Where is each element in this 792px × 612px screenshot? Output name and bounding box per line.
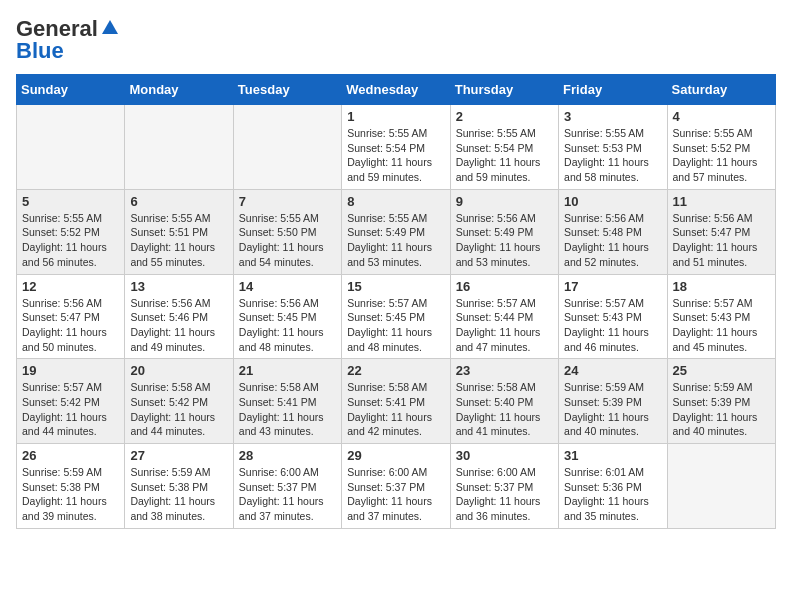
day-number: 2 — [456, 109, 553, 124]
day-info: Sunrise: 5:58 AM Sunset: 5:40 PM Dayligh… — [456, 380, 553, 439]
day-info: Sunrise: 6:00 AM Sunset: 5:37 PM Dayligh… — [456, 465, 553, 524]
day-info: Sunrise: 5:55 AM Sunset: 5:49 PM Dayligh… — [347, 211, 444, 270]
day-number: 5 — [22, 194, 119, 209]
day-number: 10 — [564, 194, 661, 209]
day-info: Sunrise: 6:00 AM Sunset: 5:37 PM Dayligh… — [239, 465, 336, 524]
day-number: 1 — [347, 109, 444, 124]
logo: General Blue — [16, 16, 120, 64]
logo-blue-text: Blue — [16, 38, 64, 64]
day-of-week-header: Tuesday — [233, 75, 341, 105]
day-number: 9 — [456, 194, 553, 209]
day-number: 20 — [130, 363, 227, 378]
day-number: 24 — [564, 363, 661, 378]
day-number: 21 — [239, 363, 336, 378]
day-of-week-header: Saturday — [667, 75, 775, 105]
calendar-cell: 7Sunrise: 5:55 AM Sunset: 5:50 PM Daylig… — [233, 189, 341, 274]
calendar-cell: 2Sunrise: 5:55 AM Sunset: 5:54 PM Daylig… — [450, 105, 558, 190]
calendar-cell: 16Sunrise: 5:57 AM Sunset: 5:44 PM Dayli… — [450, 274, 558, 359]
day-number: 15 — [347, 279, 444, 294]
calendar-cell: 3Sunrise: 5:55 AM Sunset: 5:53 PM Daylig… — [559, 105, 667, 190]
day-info: Sunrise: 5:56 AM Sunset: 5:47 PM Dayligh… — [22, 296, 119, 355]
calendar-cell: 26Sunrise: 5:59 AM Sunset: 5:38 PM Dayli… — [17, 444, 125, 529]
day-info: Sunrise: 5:55 AM Sunset: 5:50 PM Dayligh… — [239, 211, 336, 270]
calendar-cell: 23Sunrise: 5:58 AM Sunset: 5:40 PM Dayli… — [450, 359, 558, 444]
day-number: 3 — [564, 109, 661, 124]
calendar-header-row: SundayMondayTuesdayWednesdayThursdayFrid… — [17, 75, 776, 105]
calendar-cell: 9Sunrise: 5:56 AM Sunset: 5:49 PM Daylig… — [450, 189, 558, 274]
day-of-week-header: Monday — [125, 75, 233, 105]
day-info: Sunrise: 5:55 AM Sunset: 5:54 PM Dayligh… — [456, 126, 553, 185]
day-number: 17 — [564, 279, 661, 294]
day-of-week-header: Sunday — [17, 75, 125, 105]
day-info: Sunrise: 5:55 AM Sunset: 5:53 PM Dayligh… — [564, 126, 661, 185]
calendar-cell — [667, 444, 775, 529]
day-info: Sunrise: 5:55 AM Sunset: 5:51 PM Dayligh… — [130, 211, 227, 270]
calendar-cell: 24Sunrise: 5:59 AM Sunset: 5:39 PM Dayli… — [559, 359, 667, 444]
day-number: 18 — [673, 279, 770, 294]
calendar-cell: 18Sunrise: 5:57 AM Sunset: 5:43 PM Dayli… — [667, 274, 775, 359]
calendar-week-row: 12Sunrise: 5:56 AM Sunset: 5:47 PM Dayli… — [17, 274, 776, 359]
day-info: Sunrise: 5:58 AM Sunset: 5:42 PM Dayligh… — [130, 380, 227, 439]
calendar-cell: 12Sunrise: 5:56 AM Sunset: 5:47 PM Dayli… — [17, 274, 125, 359]
calendar-cell: 6Sunrise: 5:55 AM Sunset: 5:51 PM Daylig… — [125, 189, 233, 274]
day-number: 11 — [673, 194, 770, 209]
calendar-cell: 14Sunrise: 5:56 AM Sunset: 5:45 PM Dayli… — [233, 274, 341, 359]
calendar-cell: 30Sunrise: 6:00 AM Sunset: 5:37 PM Dayli… — [450, 444, 558, 529]
calendar-cell — [17, 105, 125, 190]
day-info: Sunrise: 5:58 AM Sunset: 5:41 PM Dayligh… — [347, 380, 444, 439]
day-info: Sunrise: 5:57 AM Sunset: 5:44 PM Dayligh… — [456, 296, 553, 355]
day-info: Sunrise: 6:00 AM Sunset: 5:37 PM Dayligh… — [347, 465, 444, 524]
calendar-cell: 28Sunrise: 6:00 AM Sunset: 5:37 PM Dayli… — [233, 444, 341, 529]
day-number: 30 — [456, 448, 553, 463]
day-number: 13 — [130, 279, 227, 294]
calendar-cell: 17Sunrise: 5:57 AM Sunset: 5:43 PM Dayli… — [559, 274, 667, 359]
day-number: 6 — [130, 194, 227, 209]
calendar-cell: 13Sunrise: 5:56 AM Sunset: 5:46 PM Dayli… — [125, 274, 233, 359]
day-info: Sunrise: 5:55 AM Sunset: 5:52 PM Dayligh… — [673, 126, 770, 185]
calendar-cell: 27Sunrise: 5:59 AM Sunset: 5:38 PM Dayli… — [125, 444, 233, 529]
day-number: 29 — [347, 448, 444, 463]
day-info: Sunrise: 5:56 AM Sunset: 5:47 PM Dayligh… — [673, 211, 770, 270]
day-number: 16 — [456, 279, 553, 294]
calendar-cell: 21Sunrise: 5:58 AM Sunset: 5:41 PM Dayli… — [233, 359, 341, 444]
page-header: General Blue — [16, 16, 776, 64]
calendar-cell — [125, 105, 233, 190]
calendar-cell — [233, 105, 341, 190]
day-info: Sunrise: 5:59 AM Sunset: 5:39 PM Dayligh… — [673, 380, 770, 439]
calendar-cell: 8Sunrise: 5:55 AM Sunset: 5:49 PM Daylig… — [342, 189, 450, 274]
calendar-cell: 22Sunrise: 5:58 AM Sunset: 5:41 PM Dayli… — [342, 359, 450, 444]
day-info: Sunrise: 5:59 AM Sunset: 5:38 PM Dayligh… — [22, 465, 119, 524]
calendar-week-row: 5Sunrise: 5:55 AM Sunset: 5:52 PM Daylig… — [17, 189, 776, 274]
day-number: 27 — [130, 448, 227, 463]
day-number: 23 — [456, 363, 553, 378]
day-number: 22 — [347, 363, 444, 378]
day-info: Sunrise: 5:56 AM Sunset: 5:48 PM Dayligh… — [564, 211, 661, 270]
day-info: Sunrise: 5:57 AM Sunset: 5:43 PM Dayligh… — [564, 296, 661, 355]
day-number: 14 — [239, 279, 336, 294]
calendar-cell: 10Sunrise: 5:56 AM Sunset: 5:48 PM Dayli… — [559, 189, 667, 274]
calendar-week-row: 19Sunrise: 5:57 AM Sunset: 5:42 PM Dayli… — [17, 359, 776, 444]
day-info: Sunrise: 5:56 AM Sunset: 5:46 PM Dayligh… — [130, 296, 227, 355]
calendar-cell: 11Sunrise: 5:56 AM Sunset: 5:47 PM Dayli… — [667, 189, 775, 274]
calendar-cell: 25Sunrise: 5:59 AM Sunset: 5:39 PM Dayli… — [667, 359, 775, 444]
calendar-cell: 19Sunrise: 5:57 AM Sunset: 5:42 PM Dayli… — [17, 359, 125, 444]
day-number: 12 — [22, 279, 119, 294]
calendar-week-row: 1Sunrise: 5:55 AM Sunset: 5:54 PM Daylig… — [17, 105, 776, 190]
day-number: 26 — [22, 448, 119, 463]
logo-icon — [100, 18, 120, 38]
day-of-week-header: Friday — [559, 75, 667, 105]
calendar-cell: 29Sunrise: 6:00 AM Sunset: 5:37 PM Dayli… — [342, 444, 450, 529]
svg-marker-0 — [102, 20, 118, 34]
day-info: Sunrise: 5:59 AM Sunset: 5:38 PM Dayligh… — [130, 465, 227, 524]
calendar-cell: 31Sunrise: 6:01 AM Sunset: 5:36 PM Dayli… — [559, 444, 667, 529]
day-info: Sunrise: 5:55 AM Sunset: 5:54 PM Dayligh… — [347, 126, 444, 185]
day-number: 8 — [347, 194, 444, 209]
day-info: Sunrise: 5:55 AM Sunset: 5:52 PM Dayligh… — [22, 211, 119, 270]
day-info: Sunrise: 6:01 AM Sunset: 5:36 PM Dayligh… — [564, 465, 661, 524]
day-info: Sunrise: 5:56 AM Sunset: 5:45 PM Dayligh… — [239, 296, 336, 355]
calendar-cell: 4Sunrise: 5:55 AM Sunset: 5:52 PM Daylig… — [667, 105, 775, 190]
day-number: 7 — [239, 194, 336, 209]
day-number: 19 — [22, 363, 119, 378]
day-number: 25 — [673, 363, 770, 378]
calendar-week-row: 26Sunrise: 5:59 AM Sunset: 5:38 PM Dayli… — [17, 444, 776, 529]
